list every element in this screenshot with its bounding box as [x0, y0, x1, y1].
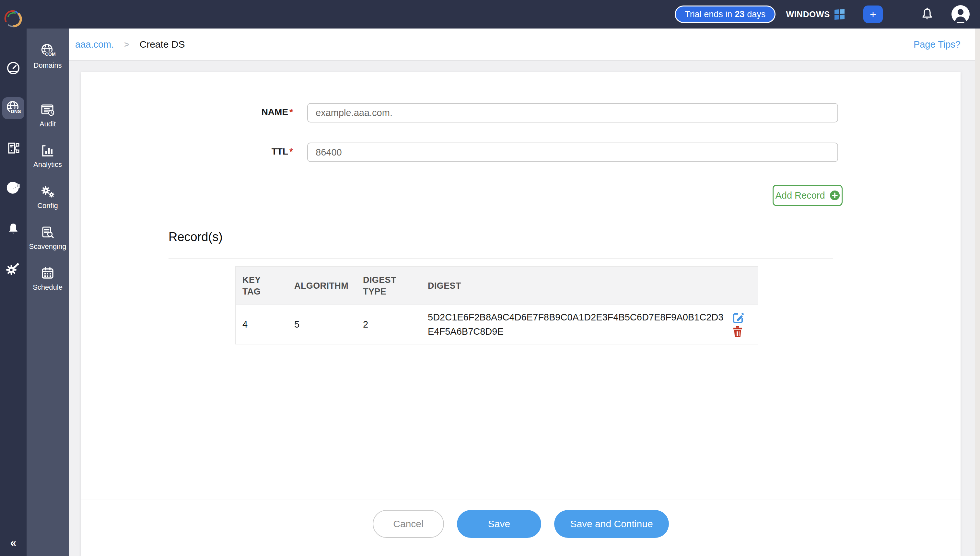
sidebar-item-administration[interactable] — [0, 256, 27, 282]
save-and-continue-button[interactable]: Save and Continue — [554, 510, 669, 538]
ipam-network-icon — [5, 141, 21, 156]
trial-prefix: Trial ends in — [685, 10, 732, 19]
sidebar-item-analytics[interactable]: Analytics — [27, 137, 69, 175]
breadcrumb-zone-link[interactable]: aaa.com. — [75, 39, 114, 50]
sidebar-item-dashboard[interactable] — [0, 55, 27, 81]
sidebar-item-schedule[interactable]: Schedule — [27, 260, 69, 297]
sidebar-item-ipam[interactable] — [0, 136, 27, 162]
sidebar-item-label: Schedule — [33, 283, 63, 292]
sidebar-item-domains[interactable]: COM Domains — [27, 37, 69, 75]
reports-pie-chart-icon — [5, 181, 21, 196]
app-logo — [3, 8, 23, 32]
ttl-label-text: TTL — [272, 147, 288, 157]
add-record-button[interactable]: Add Record — [773, 185, 843, 206]
notifications-bell-icon[interactable] — [920, 7, 934, 21]
svg-text:COM: COM — [45, 52, 56, 57]
add-record-label: Add Record — [775, 190, 825, 201]
top-bar: Trial ends in 23 days WINDOWS + — [27, 0, 980, 29]
top-bar-right: Trial ends in 23 days WINDOWS + — [675, 5, 980, 24]
records-section-heading: Record(s) — [168, 230, 223, 244]
required-marker: * — [289, 147, 293, 157]
dns-globe-icon: DNS — [5, 100, 22, 116]
app-root: Trial ends in 23 days WINDOWS + — [0, 0, 980, 556]
edit-record-icon[interactable] — [733, 312, 744, 323]
column-header-algorithm: ALGORITHM — [294, 280, 363, 292]
globe-com-icon: COM — [39, 43, 56, 59]
windows-logo-icon — [834, 9, 844, 19]
page-title: Create DS — [139, 39, 185, 50]
breadcrumb-separator: > — [124, 40, 129, 50]
column-header-key-tag: KEY TAG — [243, 274, 294, 298]
trial-countdown-button[interactable]: Trial ends in 23 days — [675, 5, 776, 23]
user-avatar[interactable] — [951, 5, 970, 24]
os-indicator: WINDOWS — [786, 10, 844, 19]
name-label-text: NAME — [262, 107, 288, 117]
save-button[interactable]: Save — [457, 510, 541, 538]
sidebar-item-label: Audit — [40, 120, 56, 128]
scrollbar-track[interactable] — [975, 29, 980, 556]
sidebar-item-dns[interactable]: DNS — [0, 95, 27, 121]
svg-text:DNS: DNS — [11, 108, 21, 114]
bar-chart-icon — [40, 144, 55, 158]
gears-icon — [40, 184, 56, 200]
list-clock-icon — [40, 102, 56, 118]
cell-actions — [733, 310, 759, 339]
sidebar-item-label: Scavenging — [29, 242, 66, 251]
primary-sidebar: DNS — [0, 0, 27, 556]
alerts-bell-icon — [6, 221, 20, 236]
ttl-input[interactable] — [307, 142, 838, 162]
required-marker: * — [289, 107, 293, 117]
sidebar-item-label: Config — [37, 202, 58, 210]
calendar-icon — [40, 266, 55, 281]
section-divider — [168, 258, 833, 259]
dashboard-gauge-icon — [5, 60, 21, 76]
name-input[interactable] — [307, 103, 838, 123]
name-field-label: NAME* — [150, 107, 293, 117]
os-label: WINDOWS — [786, 10, 830, 19]
table-row: 4 5 2 5D2C1E6F2B8A9C4D6E7F8B9C0A1D2E3F4B… — [236, 305, 758, 344]
trial-suffix: days — [747, 10, 765, 19]
admin-gear-wrench-icon — [5, 261, 21, 277]
delete-record-icon[interactable] — [733, 326, 743, 338]
records-table: KEY TAG ALGORITHM DIGEST TYPE DIGEST 4 5… — [235, 266, 758, 344]
add-button[interactable]: + — [864, 5, 883, 23]
cell-algorithm: 5 — [294, 319, 363, 330]
footer-actions: Cancel Save Save and Continue — [81, 510, 961, 538]
sidebar-collapse-button[interactable]: « — [0, 534, 27, 551]
cell-key-tag: 4 — [243, 319, 294, 330]
cancel-button[interactable]: Cancel — [373, 510, 444, 538]
create-ds-form-card: NAME* TTL* Add Record Record(s) KEY TAG … — [81, 72, 961, 556]
cell-digest-type: 2 — [363, 319, 428, 330]
sidebar-item-alerts[interactable] — [0, 216, 27, 242]
sidebar-item-scavenging[interactable]: Scavenging — [27, 219, 69, 257]
secondary-sidebar: COM Domains Audit Analytics — [27, 29, 69, 556]
trial-days: 23 — [735, 10, 744, 19]
column-header-digest-type: DIGEST TYPE — [363, 274, 428, 298]
sidebar-item-config[interactable]: Config — [27, 178, 69, 216]
breadcrumb-bar: aaa.com. > Create DS Page Tips? — [69, 29, 980, 61]
cell-digest: 5D2C1E6F2B8A9C4D6E7F8B9C0A1D2E3F4B5C6D7E… — [428, 305, 733, 344]
sidebar-item-reports[interactable] — [0, 176, 27, 202]
sidebar-item-label: Analytics — [33, 160, 62, 169]
document-magnifier-icon — [40, 225, 55, 241]
ttl-field-label: TTL* — [150, 147, 293, 157]
plus-circle-icon — [830, 190, 840, 200]
footer-divider — [81, 499, 961, 500]
column-header-digest: DIGEST — [428, 280, 733, 292]
page-tips-link[interactable]: Page Tips? — [914, 39, 961, 50]
records-table-header: KEY TAG ALGORITHM DIGEST TYPE DIGEST — [236, 267, 758, 305]
sidebar-item-label: Domains — [34, 61, 62, 70]
sidebar-item-audit[interactable]: Audit — [27, 97, 69, 134]
